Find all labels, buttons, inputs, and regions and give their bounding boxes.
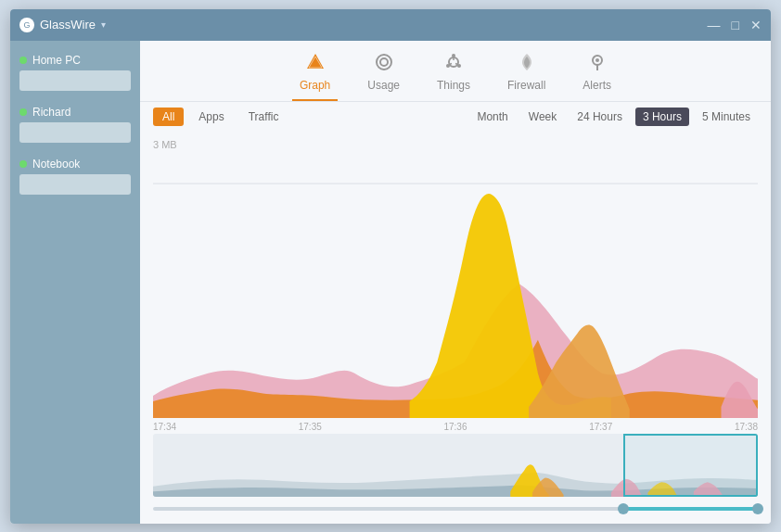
sidebar: Home PC Richard Notebook [10, 41, 140, 524]
status-dot-home-pc [19, 57, 27, 64]
tab-firewall-label: Firewall [507, 79, 545, 92]
tab-firewall[interactable]: Firewall [500, 48, 553, 101]
filter-traffic-button[interactable]: Traffic [239, 108, 288, 126]
time-week-button[interactable]: Week [521, 108, 564, 126]
right-panel: Graph Usage [140, 41, 771, 524]
sidebar-label-notebook: Notebook [32, 158, 80, 171]
close-button[interactable]: ✕ [750, 18, 762, 32]
sidebar-label-richard: Richard [32, 106, 70, 119]
x-label-0: 17:34 [153, 422, 176, 432]
x-axis: 17:34 17:35 17:36 17:37 17:38 [153, 422, 758, 434]
x-label-3: 17:37 [589, 422, 612, 432]
app-title: GlassWire [40, 18, 96, 32]
time-24h-button[interactable]: 24 Hours [570, 108, 630, 126]
svg-point-5 [452, 54, 455, 57]
tab-graph-label: Graph [300, 79, 330, 92]
filter-apps-button[interactable]: Apps [189, 108, 233, 126]
sidebar-item-notebook[interactable]: Notebook [19, 158, 131, 195]
minimap[interactable] [153, 434, 758, 497]
tab-things-label: Things [437, 79, 470, 92]
tab-things[interactable]: Things [429, 48, 478, 101]
svg-line-10 [450, 63, 453, 64]
sidebar-item-home-pc[interactable]: Home PC [19, 54, 131, 91]
maximize-button[interactable]: □ [732, 18, 739, 32]
minimize-button[interactable]: — [708, 18, 721, 32]
chart-y-label: 3 MB [153, 139, 177, 150]
status-dot-richard [19, 108, 27, 116]
things-icon [443, 52, 464, 75]
graph-icon [305, 52, 326, 75]
svg-point-7 [446, 64, 450, 68]
time-month-button[interactable]: Month [469, 108, 515, 126]
status-dot-notebook [19, 160, 27, 168]
title-chevron-icon[interactable]: ▾ [101, 19, 106, 30]
sidebar-label-home-pc: Home PC [32, 54, 81, 67]
svg-point-2 [377, 55, 391, 70]
sidebar-input-home-pc[interactable] [19, 70, 131, 91]
sidebar-item-richard[interactable]: Richard [19, 106, 131, 143]
svg-point-6 [457, 64, 461, 68]
tab-alerts-label: Alerts [583, 79, 611, 92]
nav-tabs: Graph Usage [140, 41, 771, 102]
tab-usage-label: Usage [367, 79, 400, 92]
scrollbar-handle-left[interactable] [618, 503, 629, 514]
title-bar-left: G GlassWire ▾ [19, 18, 106, 32]
x-label-4: 17:38 [735, 422, 758, 432]
svg-point-13 [595, 58, 599, 62]
chart-svg [153, 139, 758, 418]
svg-line-9 [455, 63, 458, 64]
time-3h-button[interactable]: 3 Hours [635, 108, 689, 126]
scrollbar-track[interactable] [153, 507, 758, 511]
scrollbar-area[interactable] [153, 500, 758, 518]
app-logo: G [19, 18, 34, 32]
tab-graph[interactable]: Graph [292, 48, 338, 101]
minimap-selection[interactable] [623, 434, 758, 497]
window-controls: — □ ✕ [708, 18, 762, 32]
main-area: Home PC Richard Notebook [10, 41, 771, 524]
alerts-icon [587, 52, 608, 75]
x-label-2: 17:36 [443, 422, 467, 432]
firewall-icon [517, 52, 537, 75]
tab-alerts[interactable]: Alerts [575, 48, 619, 101]
scrollbar-thumb[interactable] [623, 507, 758, 511]
filter-bar: All Apps Traffic Month Week 24 Hours 3 H… [140, 102, 771, 132]
usage-icon [374, 52, 394, 75]
scrollbar-handle-right[interactable] [752, 503, 763, 514]
chart-container: 3 MB [140, 132, 771, 422]
title-bar: G GlassWire ▾ — □ ✕ [10, 9, 771, 41]
time-5m-button[interactable]: 5 Minutes [695, 108, 758, 126]
svg-point-3 [380, 58, 388, 66]
sidebar-input-richard[interactable] [19, 122, 131, 143]
filter-all-button[interactable]: All [153, 108, 184, 126]
x-label-1: 17:35 [299, 422, 322, 432]
tab-usage[interactable]: Usage [360, 48, 407, 101]
app-window: G GlassWire ▾ — □ ✕ Home PC Richard [10, 9, 771, 524]
sidebar-input-notebook[interactable] [19, 174, 131, 195]
